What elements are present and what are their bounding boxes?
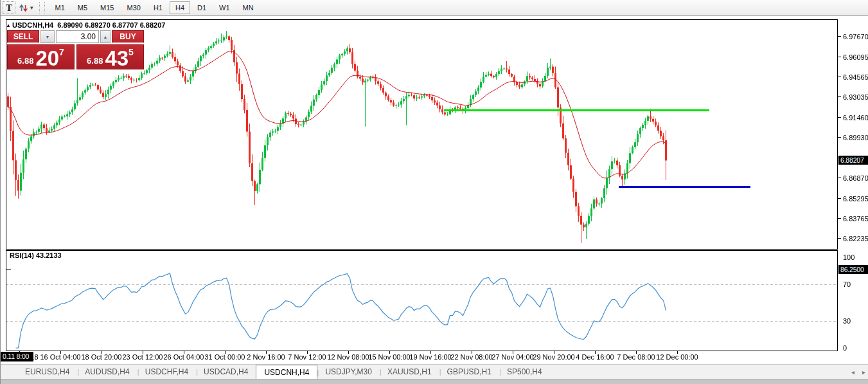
chevron-down-icon[interactable]: ▾ xyxy=(30,5,33,11)
rsi-indicator-label: RSI(14) 43.2133 xyxy=(10,251,62,259)
sell-price-pip: 7 xyxy=(59,47,64,57)
price-tick-label: 6.85295 xyxy=(843,195,868,203)
price-tick-label: 6.82235 xyxy=(843,235,868,242)
buy-price-prefix: 6.88 xyxy=(87,56,103,66)
time-tick-label: 18 Oct 20:00 xyxy=(82,353,122,361)
time-tick-label: 31 Oct 00:00 xyxy=(205,353,245,361)
price-tick-label: 6.96095 xyxy=(843,53,868,61)
one-click-trading-panel: SELL ▼ ▲ BUY 6.88 20 7 6.88 43 5 xyxy=(7,30,144,69)
buy-button[interactable]: BUY xyxy=(112,30,144,43)
timeframe-button[interactable]: M30 xyxy=(121,1,146,14)
chart-tab[interactable]: SP500,H4 xyxy=(499,365,550,379)
chart-tab[interactable]: USDCHF,H4 xyxy=(137,365,196,379)
time-tick-label: 16 Oct 04:00 xyxy=(40,353,81,361)
chart-header: ▴USDCNH,H46.89090 6.89270 6.87707 6.8820… xyxy=(7,21,165,29)
rsi-tick-label: 0 xyxy=(843,344,847,352)
sell-price-box[interactable]: 6.88 20 7 xyxy=(7,44,75,69)
chart-tab[interactable]: GBPUSD,H1 xyxy=(439,365,499,379)
arrows-tool-button[interactable]: ▾ xyxy=(17,1,35,14)
volume-input[interactable] xyxy=(56,30,99,43)
time-tick-label: 26 Oct 04:00 xyxy=(164,353,204,361)
price-tick-label: 6.94565 xyxy=(843,73,868,81)
time-tick-label: 19 Nov 16:00 xyxy=(409,353,451,361)
timeframe-button[interactable]: W1 xyxy=(213,1,236,14)
sell-button[interactable]: SELL xyxy=(7,30,39,43)
status-bar xyxy=(1,379,868,384)
price-tick-label: 6.93035 xyxy=(843,93,868,101)
buy-price-box[interactable]: 6.88 43 5 xyxy=(76,44,144,69)
chart-symbol-label: USDCNH,H4 xyxy=(12,21,53,29)
chart-tab[interactable]: USDJPY,M30 xyxy=(317,365,379,379)
time-tick-label: 23 Oct 12:00 xyxy=(123,353,163,361)
volume-increase-button[interactable]: ▲ xyxy=(100,30,111,43)
price-tick-label: 6.86870 xyxy=(843,174,868,182)
trading-terminal-window: T ▾ M1M5M15M30H1H4D1W1MN ▴USDCNH,H46.890… xyxy=(0,0,868,384)
chart-tab[interactable]: AUDUSD,H4 xyxy=(77,365,137,379)
tab-scroll-right-icon[interactable]: ▸ xyxy=(862,369,865,376)
timeframe-button[interactable]: M15 xyxy=(94,1,120,14)
tab-scroll-left-icon[interactable]: ◂ xyxy=(851,369,855,376)
collapse-arrow-icon[interactable]: ▴ xyxy=(7,23,10,28)
time-tick-label: 12 Nov 08:00 xyxy=(327,353,369,361)
price-tick-label: 6.83765 xyxy=(843,215,868,223)
volume-decrease-button[interactable]: ▼ xyxy=(40,30,55,43)
chart-tab[interactable]: USDCAD,H4 xyxy=(196,365,256,379)
time-tick-label: 7 Dec 08:00 xyxy=(617,353,655,361)
time-tick-label: 22 Nov 08:00 xyxy=(450,353,492,361)
timeframe-button[interactable]: H1 xyxy=(148,1,168,14)
current-price-tag: 6.88207 xyxy=(838,156,868,165)
timeframe-buttons: M1M5M15M30H1H4D1W1MN xyxy=(49,1,260,14)
time-tick-label: 7 Nov 12:00 xyxy=(288,353,326,361)
sell-price-big: 20 xyxy=(35,50,59,68)
time-tick-label: 2 Nov 16:00 xyxy=(247,353,285,361)
chart-tab[interactable]: USDCNH,H4 xyxy=(256,365,317,379)
time-tick-label: 29 Nov 20:00 xyxy=(533,353,574,361)
timeframe-button[interactable]: M1 xyxy=(49,1,71,14)
price-tick-label: 6.97670 xyxy=(843,33,868,41)
price-tick-label: 6.91460 xyxy=(843,114,868,122)
rsi-tick-label: 30 xyxy=(843,317,851,325)
rsi-tick-label: 100 xyxy=(843,253,855,261)
time-tick-label: 12 Dec 00:00 xyxy=(656,353,698,361)
buy-price-big: 43 xyxy=(105,50,128,68)
chart-tab[interactable]: XAUUSD,H1 xyxy=(380,365,439,379)
tab-scroll-buttons: ◂ ▸ xyxy=(851,365,865,379)
rsi-tick-label: 70 xyxy=(843,280,851,288)
time-tick-label: 15 Nov 00:00 xyxy=(368,353,410,361)
timeframe-button[interactable]: D1 xyxy=(191,1,212,14)
time-tick-label: 4 Dec 16:00 xyxy=(576,353,614,361)
chart-ohlc-values: 6.89090 6.89270 6.87707 6.88207 xyxy=(57,21,165,29)
sell-price-prefix: 6.88 xyxy=(17,56,33,66)
chart-tabs: EURUSD,H4AUDUSD,H4USDCHF,H4USDCAD,H4USDC… xyxy=(17,365,550,379)
chart-tab[interactable]: EURUSD,H4 xyxy=(17,365,77,379)
text-tool-button[interactable]: T xyxy=(3,1,15,14)
timeframe-button[interactable]: H4 xyxy=(170,1,190,14)
arrows-icon xyxy=(19,3,28,13)
chart-tab-bar: EURUSD,H4AUDUSD,H4USDCHF,H4USDCAD,H4USDC… xyxy=(1,364,868,379)
buy-price-pip: 5 xyxy=(128,47,134,57)
price-tick-label: 6.89930 xyxy=(843,134,868,142)
timeframe-button[interactable]: MN xyxy=(237,1,260,14)
crosshair-time-tag: 0.11 8:00 xyxy=(1,352,33,361)
rsi-crosshair-tag: 86.2500 xyxy=(838,265,868,274)
top-toolbar: T ▾ M1M5M15M30H1H4D1W1MN xyxy=(1,0,868,16)
time-tick-label: 27 Nov 04:00 xyxy=(492,353,533,361)
timeframe-button[interactable]: M5 xyxy=(72,1,93,14)
toolbar-separator xyxy=(39,2,45,14)
